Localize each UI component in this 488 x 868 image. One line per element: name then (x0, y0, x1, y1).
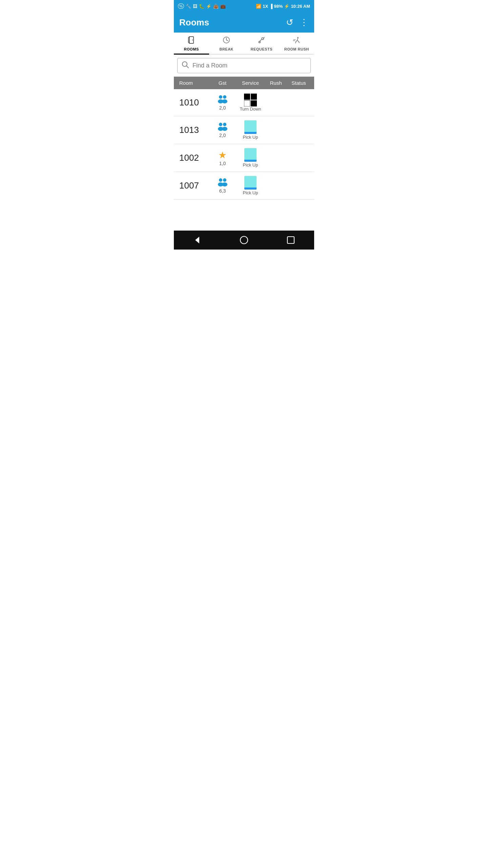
battery-level: 98% (274, 4, 283, 9)
service-label-1007: Pick Up (243, 190, 258, 195)
svg-point-34 (222, 127, 227, 131)
service-label-1010: Turn Down (240, 106, 261, 112)
table-row[interactable]: 1007 6,3 Pick Up (174, 172, 314, 200)
search-bar (177, 58, 311, 73)
svg-rect-0 (189, 37, 194, 43)
svg-point-31 (219, 123, 222, 126)
percent-icon: % (178, 3, 184, 9)
svg-marker-39 (195, 237, 199, 243)
tab-roomrush[interactable]: ROOM RUSH (279, 33, 314, 54)
wifi-icon: 📶 (256, 4, 261, 9)
refresh-button[interactable]: ↺ (286, 17, 293, 28)
pickup-icon (244, 120, 257, 134)
people-icon (217, 95, 229, 105)
room-gst-1010: 2,0 (210, 95, 235, 111)
room-number-1002: 1002 (177, 153, 210, 163)
app-title: Rooms (179, 17, 209, 28)
tab-requests-label: REQUESTS (250, 47, 272, 51)
svg-point-35 (219, 178, 222, 182)
bug-icon: 🐛 (199, 4, 204, 9)
table-header: Room Gst Service Rush Status (174, 77, 314, 89)
app-bar: Rooms ↺ ⋮ (174, 12, 314, 33)
svg-point-37 (223, 178, 226, 182)
svg-line-18 (299, 41, 299, 43)
pickup-icon (244, 148, 257, 162)
pickup-bar (244, 160, 257, 162)
svg-rect-28 (251, 94, 257, 100)
status-bar-left: % 🔧 🖼 🐛 ⚡ 👜 💼 (178, 3, 226, 9)
recent-apps-button[interactable] (281, 234, 301, 246)
col-room-header: Room (177, 80, 210, 86)
svg-rect-29 (244, 100, 250, 106)
table-row[interactable]: 1013 2,0 Pick Up (174, 116, 314, 144)
home-button[interactable] (234, 234, 254, 246)
battery-charging-icon: ⚡ (284, 4, 289, 9)
svg-point-40 (240, 236, 248, 244)
network-type: 1X (263, 4, 268, 9)
clock: 10:26 AM (291, 4, 310, 9)
svg-point-23 (219, 95, 222, 99)
people-icon (217, 178, 229, 188)
svg-line-10 (260, 39, 262, 41)
content-spacer (174, 215, 314, 231)
rooms-tab-icon (187, 36, 196, 46)
svg-line-7 (226, 40, 228, 41)
col-status-header: Status (286, 80, 311, 86)
svg-line-17 (296, 42, 296, 43)
search-input[interactable] (192, 62, 306, 69)
menu-button[interactable]: ⋮ (300, 17, 309, 28)
status-bar-right: 📶 1X ▐ 98% ⚡ 10:26 AM (256, 4, 310, 9)
tab-rooms[interactable]: ROOMS (174, 33, 209, 54)
people-icon (217, 122, 229, 133)
signal-bars: ▐ (269, 4, 272, 9)
room-service-1002: Pick Up (235, 148, 266, 167)
col-service-header: Service (235, 80, 266, 86)
svg-rect-30 (251, 100, 257, 106)
table-row[interactable]: 1002 ★ 1,0 Pick Up (174, 144, 314, 172)
turndown-icon (244, 94, 257, 106)
svg-rect-41 (287, 237, 294, 243)
service-label-1013: Pick Up (243, 135, 258, 140)
col-gst-header: Gst (210, 80, 235, 86)
gst-value-1010: 2,0 (219, 105, 226, 111)
room-gst-1013: 2,0 (210, 122, 235, 138)
room-number-1013: 1013 (177, 125, 210, 135)
room-list: 1010 2,0 Turn Down (174, 89, 314, 215)
pickup-icon (244, 176, 257, 190)
pickup-bar (244, 132, 257, 134)
table-row[interactable]: 1010 2,0 Turn Down (174, 89, 314, 116)
room-service-1013: Pick Up (235, 120, 266, 140)
room-gst-1007: 6,3 (210, 178, 235, 194)
tab-rooms-label: ROOMS (184, 47, 199, 51)
pickup-bar (244, 188, 257, 190)
room-number-1007: 1007 (177, 180, 210, 191)
tab-roomrush-label: ROOM RUSH (284, 47, 309, 51)
col-rush-header: Rush (266, 80, 286, 86)
svg-point-11 (262, 38, 264, 40)
image-icon: 🖼 (193, 4, 197, 9)
bag-icon: 👜 (213, 4, 219, 9)
gst-value-1013: 2,0 (219, 133, 226, 138)
gst-value-1002: 1,0 (219, 161, 226, 166)
wrench-icon: 🔧 (186, 4, 191, 9)
service-label-1002: Pick Up (243, 162, 258, 167)
break-tab-icon (222, 36, 230, 46)
search-icon (182, 61, 189, 70)
room-service-1007: Pick Up (235, 176, 266, 195)
svg-point-26 (222, 99, 227, 103)
roomrush-tab-icon (292, 36, 301, 46)
back-button[interactable] (187, 234, 207, 246)
svg-point-4 (192, 40, 193, 40)
svg-rect-27 (244, 94, 250, 100)
room-number-1010: 1010 (177, 97, 210, 108)
gst-value-1007: 6,3 (219, 188, 226, 194)
tab-break[interactable]: BREAK (209, 33, 244, 54)
svg-point-33 (223, 123, 226, 126)
room-gst-1002: ★ 1,0 (210, 150, 235, 166)
app-bar-actions: ↺ ⋮ (286, 17, 309, 28)
star-icon: ★ (218, 150, 227, 161)
svg-point-38 (222, 182, 227, 186)
tab-requests[interactable]: REQUESTS (244, 33, 279, 54)
svg-line-22 (187, 66, 189, 68)
bottom-navigation (174, 231, 314, 250)
